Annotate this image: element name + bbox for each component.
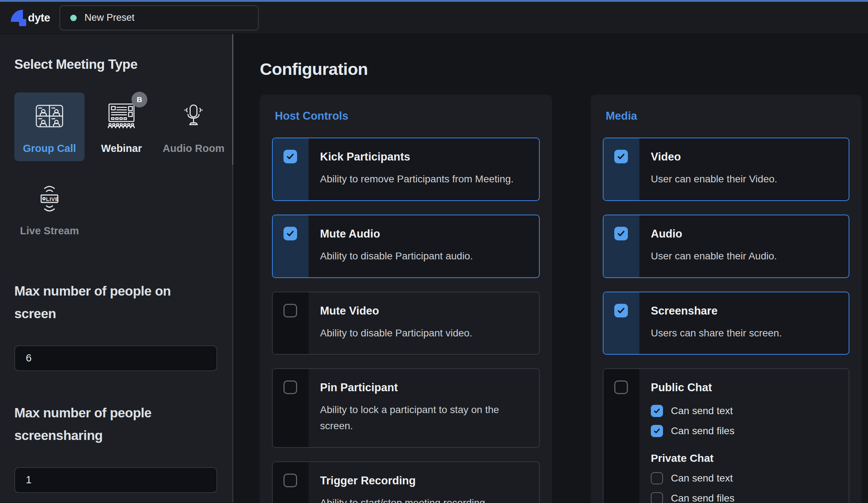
max-people-screensharing-input[interactable] xyxy=(14,467,217,493)
meeting-type-grid: Group Call xyxy=(14,92,237,257)
private-chat-options: Can send text Can send files xyxy=(651,472,838,503)
card-audio[interactable]: Audio User can enable their Audio. xyxy=(603,215,849,278)
max-people-screensharing-label: Max number of people screensharing xyxy=(14,402,208,447)
video-checkbox[interactable] xyxy=(614,150,628,163)
card-title: Audio xyxy=(651,227,838,240)
card-title: Pin Participant xyxy=(320,381,507,394)
card-description: Ability to remove Participants from Meet… xyxy=(320,171,528,187)
public-chat-checkbox[interactable] xyxy=(614,380,628,394)
public-chat-options: Can send text Can send files xyxy=(651,405,838,437)
meeting-type-label: Audio Room xyxy=(163,143,224,154)
preset-name: New Preset xyxy=(85,12,135,23)
svg-text:LIVE: LIVE xyxy=(46,196,59,202)
private-chat-heading: Private Chat xyxy=(651,452,838,464)
can-send-text-checkbox[interactable] xyxy=(651,472,663,484)
meeting-type-label: Group Call xyxy=(23,143,76,154)
card-trigger-recording[interactable]: Trigger Recording Ability to start/stop … xyxy=(272,461,540,503)
preset-selector[interactable]: New Preset xyxy=(59,5,259,30)
can-send-text-checkbox[interactable] xyxy=(651,405,663,417)
live-stream-icon: LIVE xyxy=(35,185,63,212)
card-description: User can enable their Audio. xyxy=(651,248,838,264)
card-title: Screenshare xyxy=(651,305,838,317)
section-title-media: Media xyxy=(606,110,849,123)
pin-participant-checkbox[interactable] xyxy=(283,380,297,394)
card-description: Ability to start/stop meeting recording xyxy=(320,495,528,503)
max-people-on-screen-label: Max number of people on screen xyxy=(14,280,208,325)
card-title: Kick Participants xyxy=(320,150,528,163)
meeting-type-webinar[interactable]: B Webinar xyxy=(86,92,157,161)
configuration-area: Configuration Host Controls Kick Partici… xyxy=(233,34,868,503)
card-video[interactable]: Video User can enable their Video. xyxy=(603,138,849,201)
card-description: Ability to disable Participant audio. xyxy=(320,248,528,264)
card-description: User can enable their Video. xyxy=(651,171,838,187)
sub-option-label: Can send text xyxy=(671,405,733,417)
meeting-type-live-stream[interactable]: LIVE Live Stream xyxy=(14,175,85,244)
host-controls-panel: Host Controls Kick Participants Ability … xyxy=(260,95,552,503)
card-pin-participant[interactable]: Pin Participant Ability to lock a partic… xyxy=(272,368,540,448)
card-title: Mute Video xyxy=(320,305,528,317)
audio-checkbox[interactable] xyxy=(614,227,628,240)
card-description: Ability to disable Participant video. xyxy=(320,325,528,341)
dyte-logo-icon xyxy=(11,9,27,27)
max-people-on-screen-input[interactable] xyxy=(14,345,217,371)
private-chat-can-send-files[interactable]: Can send files xyxy=(651,492,838,503)
card-title: Trigger Recording xyxy=(320,474,528,487)
can-send-files-checkbox[interactable] xyxy=(651,425,663,437)
card-description: Users can share their screen. xyxy=(651,325,838,341)
card-description: Ability to lock a participant to stay on… xyxy=(320,402,507,434)
beta-badge: B xyxy=(132,92,147,107)
trigger-recording-checkbox[interactable] xyxy=(283,474,297,487)
mute-video-checkbox[interactable] xyxy=(283,304,297,317)
meeting-type-label: Live Stream xyxy=(20,225,79,237)
can-send-files-checkbox[interactable] xyxy=(651,492,663,503)
preset-status-dot-icon xyxy=(70,15,77,21)
screenshare-checkbox[interactable] xyxy=(614,304,628,317)
public-chat-can-send-text[interactable]: Can send text xyxy=(651,405,838,417)
audio-room-icon xyxy=(180,102,207,130)
group-call-icon xyxy=(35,104,63,128)
public-chat-can-send-files[interactable]: Can send files xyxy=(651,425,838,437)
card-title: Mute Audio xyxy=(320,227,528,240)
private-chat-can-send-text[interactable]: Can send text xyxy=(651,472,838,484)
sub-option-label: Can send text xyxy=(671,473,733,484)
meeting-type-heading: Select Meeting Type xyxy=(14,53,218,75)
section-title-host-controls: Host Controls xyxy=(275,110,540,123)
card-public-chat[interactable]: Public Chat Can send text xyxy=(603,368,849,503)
card-screenshare[interactable]: Screenshare Users can share their screen… xyxy=(603,292,849,355)
top-bar: dyte New Preset xyxy=(0,2,868,34)
webinar-icon xyxy=(106,103,137,129)
sidebar: Select Meeting Type Group Call xyxy=(0,34,232,503)
meeting-type-group-call[interactable]: Group Call xyxy=(14,92,85,161)
card-title: Public Chat xyxy=(651,381,838,394)
card-mute-video[interactable]: Mute Video Ability to disable Participan… xyxy=(272,292,540,355)
brand-name: dyte xyxy=(28,11,50,24)
card-kick-participants[interactable]: Kick Participants Ability to remove Part… xyxy=(272,138,540,201)
kick-participants-checkbox[interactable] xyxy=(283,150,297,163)
meeting-type-audio-room[interactable]: Audio Room xyxy=(158,92,229,161)
scrollbar-thumb[interactable] xyxy=(232,34,233,165)
mute-audio-checkbox[interactable] xyxy=(283,227,297,240)
sidebar-scrollbar[interactable] xyxy=(232,34,233,503)
meeting-type-label: Webinar xyxy=(101,143,142,154)
card-mute-audio[interactable]: Mute Audio Ability to disable Participan… xyxy=(272,215,540,278)
card-title: Video xyxy=(651,150,838,163)
sub-option-label: Can send files xyxy=(671,493,734,503)
media-panel: Media Video User can enable their Video. xyxy=(591,95,862,503)
sub-option-label: Can send files xyxy=(671,425,734,437)
page-title: Configuration xyxy=(260,59,868,79)
